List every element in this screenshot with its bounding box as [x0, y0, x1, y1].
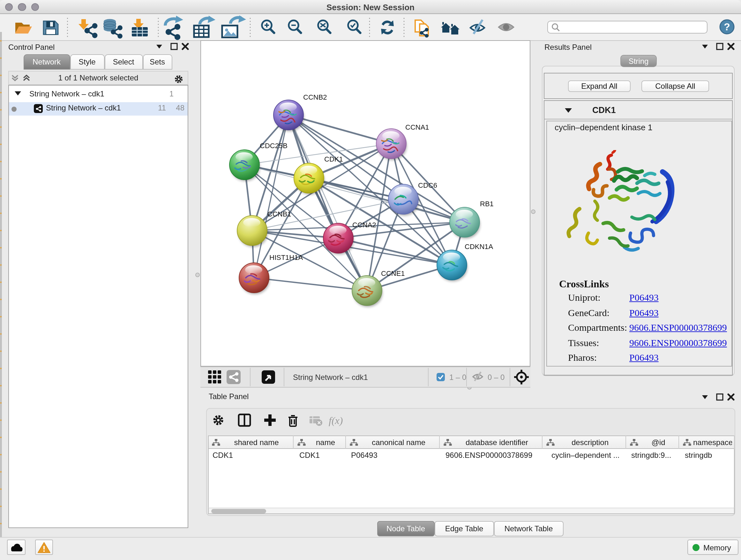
svg-text:CDC25B: CDC25B [260, 142, 287, 150]
svg-text:CCNB2: CCNB2 [303, 93, 327, 101]
svg-text:CDC6: CDC6 [418, 181, 437, 189]
svg-text:CCNA2: CCNA2 [352, 221, 376, 229]
svg-text:HIST1H1A: HIST1H1A [269, 253, 303, 261]
svg-text:CCNE1: CCNE1 [381, 269, 405, 277]
svg-text:0 – 0: 0 – 0 [488, 373, 504, 381]
svg-text:RB1: RB1 [480, 200, 494, 208]
svg-text:String Network – cdk1: String Network – cdk1 [293, 373, 368, 381]
svg-text:?: ? [724, 21, 730, 33]
svg-text:CDK1: CDK1 [324, 155, 343, 163]
svg-text:f(x): f(x) [329, 415, 343, 426]
svg-text:CCNB1: CCNB1 [267, 210, 291, 218]
svg-text:CDKN1A: CDKN1A [465, 243, 493, 251]
svg-text:CCNA1: CCNA1 [405, 123, 429, 131]
svg-text:1 – 0: 1 – 0 [449, 373, 466, 381]
